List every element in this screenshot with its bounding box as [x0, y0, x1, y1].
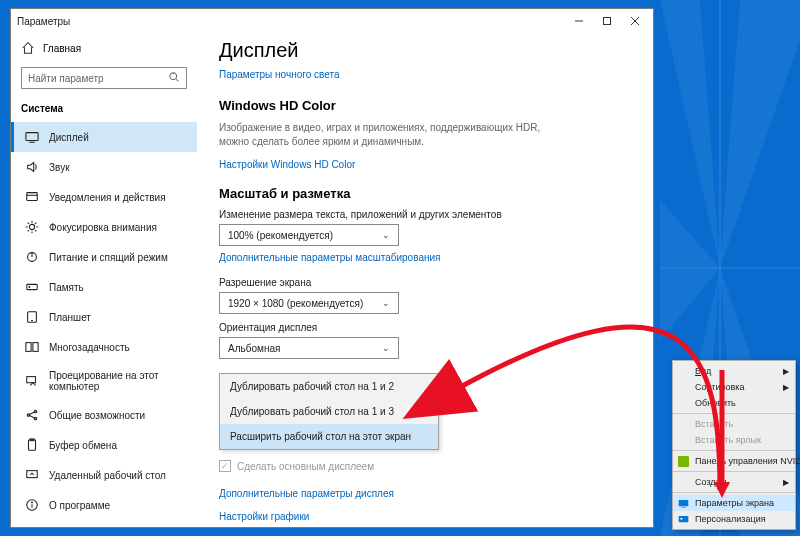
resolution-label: Разрешение экрана	[219, 277, 633, 288]
display-settings-icon	[677, 497, 689, 509]
svg-point-18	[29, 224, 34, 229]
sidebar-item-projecting[interactable]: Проецирование на этот компьютер	[11, 362, 197, 400]
ctx-separator	[673, 492, 795, 493]
ctx-refresh[interactable]: Обновить	[673, 395, 795, 411]
sidebar-item-shared[interactable]: Общие возможности	[11, 400, 197, 430]
sidebar-item-about[interactable]: О программе	[11, 490, 197, 520]
ctx-view[interactable]: Вид▶	[673, 363, 795, 379]
night-light-link[interactable]: Параметры ночного света	[219, 69, 339, 80]
hd-color-desc: Изображение в видео, играх и приложениях…	[219, 121, 559, 149]
sidebar-item-label: О программе	[49, 500, 110, 511]
notifications-icon	[25, 190, 39, 204]
ctx-personalize[interactable]: Персонализация	[673, 511, 795, 527]
sidebar-item-remote[interactable]: Удаленный рабочий стол	[11, 460, 197, 490]
svg-point-36	[32, 502, 33, 503]
search-icon	[168, 71, 180, 85]
power-icon	[25, 250, 39, 264]
svg-rect-21	[27, 284, 38, 289]
sidebar-item-label: Проецирование на этот компьютер	[49, 370, 187, 392]
svg-rect-25	[26, 343, 31, 352]
search-placeholder: Найти параметр	[28, 73, 104, 84]
sidebar-item-power[interactable]: Питание и спящий режим	[11, 242, 197, 272]
chevron-down-icon: ⌄	[382, 298, 390, 308]
sidebar-home-label: Главная	[43, 43, 81, 54]
chevron-down-icon: ⌄	[382, 343, 390, 353]
scale-size-value: 100% (рекомендуется)	[228, 230, 333, 241]
svg-line-13	[176, 79, 178, 81]
submenu-arrow-icon: ▶	[783, 367, 789, 376]
sidebar-item-label: Память	[49, 282, 84, 293]
multi-monitor-dropdown: Дублировать рабочий стол на 1 и 2 Дублир…	[219, 373, 439, 450]
ctx-display-settings[interactable]: Параметры экрана	[673, 495, 795, 511]
sidebar-category: Система	[11, 99, 197, 122]
minimize-button[interactable]	[565, 9, 593, 33]
scale-advanced-link[interactable]: Дополнительные параметры масштабирования	[219, 252, 440, 263]
ctx-paste: Вставить	[673, 416, 795, 432]
tablet-icon	[25, 310, 39, 324]
sidebar-item-label: Планшет	[49, 312, 91, 323]
sidebar-item-label: Звук	[49, 162, 70, 173]
search-input[interactable]: Найти параметр	[21, 67, 187, 89]
sidebar-item-multitasking[interactable]: Многозадачность	[11, 332, 197, 362]
page-title: Дисплей	[219, 39, 633, 62]
sidebar-item-tablet[interactable]: Планшет	[11, 302, 197, 332]
svg-rect-38	[678, 500, 688, 506]
titlebar: Параметры	[11, 9, 653, 33]
ctx-new[interactable]: Создать▶	[673, 474, 795, 490]
orientation-select[interactable]: Альбомная ⌄	[219, 337, 399, 359]
multimon-option[interactable]: Дублировать рабочий стол на 1 и 3	[220, 399, 438, 424]
hd-color-heading: Windows HD Color	[219, 98, 633, 113]
ctx-nvidia[interactable]: Панель управления NVIDIA	[673, 453, 795, 469]
ctx-separator	[673, 471, 795, 472]
orientation-value: Альбомная	[228, 343, 280, 354]
ctx-separator	[673, 413, 795, 414]
sidebar-item-sound[interactable]: Звук	[11, 152, 197, 182]
svg-rect-14	[26, 133, 38, 141]
scale-heading: Масштаб и разметка	[219, 186, 633, 201]
multitask-icon	[25, 340, 39, 354]
settings-window: Параметры Главная Найти параметр Система…	[10, 8, 654, 528]
hd-color-link[interactable]: Настройки Windows HD Color	[219, 159, 355, 170]
svg-rect-27	[27, 377, 36, 383]
advanced-display-link[interactable]: Дополнительные параметры дисплея	[219, 488, 394, 499]
svg-rect-26	[33, 343, 38, 352]
svg-rect-9	[604, 18, 611, 25]
sound-icon	[25, 160, 39, 174]
project-icon	[25, 374, 39, 388]
window-title: Параметры	[15, 16, 565, 27]
display-icon	[25, 130, 39, 144]
submenu-arrow-icon: ▶	[783, 478, 789, 487]
sidebar-item-clipboard[interactable]: Буфер обмена	[11, 430, 197, 460]
multimon-option-selected[interactable]: Расширить рабочий стол на этот экран	[220, 424, 438, 449]
sidebar-home[interactable]: Главная	[11, 33, 197, 63]
remote-icon	[25, 468, 39, 482]
close-button[interactable]	[621, 9, 649, 33]
desktop-context-menu: Вид▶ Сортировка▶ Обновить Вставить Встав…	[672, 360, 796, 530]
checkbox-icon: ✓	[219, 460, 231, 472]
graphics-settings-link[interactable]: Настройки графики	[219, 511, 309, 522]
scale-size-select[interactable]: 100% (рекомендуется) ⌄	[219, 224, 399, 246]
sidebar-item-display[interactable]: Дисплей	[11, 122, 197, 152]
resolution-select[interactable]: 1920 × 1080 (рекомендуется) ⌄	[219, 292, 399, 314]
svg-rect-39	[681, 506, 685, 507]
sidebar-item-label: Многозадачность	[49, 342, 130, 353]
ctx-sort[interactable]: Сортировка▶	[673, 379, 795, 395]
sidebar-item-label: Уведомления и действия	[49, 192, 166, 203]
svg-rect-37	[678, 456, 689, 467]
maximize-button[interactable]	[593, 9, 621, 33]
personalize-icon	[677, 513, 689, 525]
make-main-display-checkbox: ✓ Сделать основным дисплеем	[219, 460, 633, 472]
storage-icon	[25, 280, 39, 294]
sidebar-item-notifications[interactable]: Уведомления и действия	[11, 182, 197, 212]
sidebar-item-focus[interactable]: Фокусировка внимания	[11, 212, 197, 242]
svg-rect-40	[678, 516, 688, 522]
multimon-option[interactable]: Дублировать рабочий стол на 1 и 2	[220, 374, 438, 399]
svg-point-12	[170, 73, 177, 80]
ctx-separator	[673, 450, 795, 451]
sidebar-item-storage[interactable]: Память	[11, 272, 197, 302]
submenu-arrow-icon: ▶	[783, 383, 789, 392]
sidebar-item-label: Фокусировка внимания	[49, 222, 157, 233]
content-area: Дисплей Параметры ночного света Windows …	[197, 33, 653, 527]
ctx-paste-shortcut: Вставить ярлык	[673, 432, 795, 448]
home-icon	[21, 41, 35, 55]
